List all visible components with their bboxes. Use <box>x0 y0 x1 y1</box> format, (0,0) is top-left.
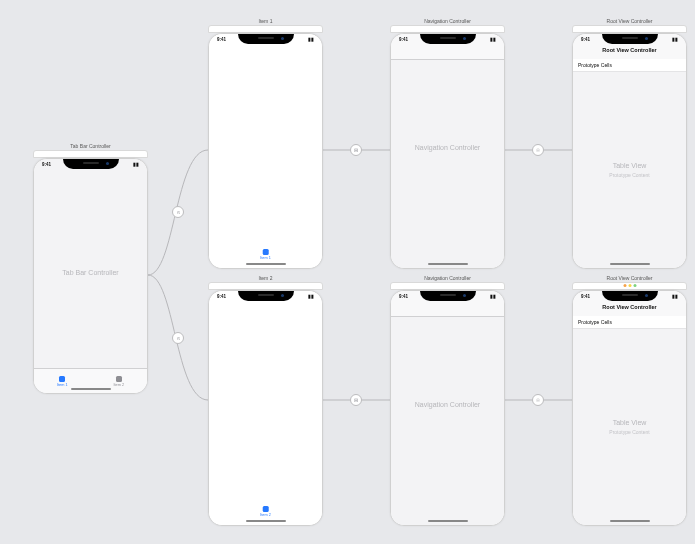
scene-titlebar[interactable] <box>572 25 687 33</box>
scene-titlebar[interactable] <box>390 282 505 290</box>
device-frame: Root View Controller Prototype Cells 9:4… <box>572 290 687 526</box>
scene-titlebar[interactable] <box>572 282 687 290</box>
device-frame: 9:41 ▮▮ Item 1 <box>208 33 323 269</box>
device-frame: 9:41 ▮▮ Item 2 <box>208 290 323 526</box>
square-icon <box>263 506 269 512</box>
home-indicator-icon <box>246 520 286 523</box>
scene-item-2[interactable]: Item 2 9:41 ▮▮ Item 2 <box>208 275 323 526</box>
square-icon <box>116 376 122 382</box>
prototype-cells-header: Prototype Cells <box>573 59 686 72</box>
placeholder-label: Table View <box>573 419 686 426</box>
square-icon <box>59 376 65 382</box>
scene-tabbar-controller[interactable]: Tab Bar Controller 9:41 ▮▮ Tab Bar Contr… <box>33 143 148 394</box>
notch-icon <box>238 34 294 44</box>
segue-relationship-icon[interactable]: ⎋ <box>172 206 184 218</box>
home-indicator-icon <box>428 263 468 266</box>
device-frame: 9:41 ▮▮ Navigation Controller <box>390 290 505 526</box>
segue-relationship-icon[interactable]: ⎋ <box>172 332 184 344</box>
home-indicator-icon <box>246 263 286 266</box>
scene-root-view-controller-1[interactable]: Root View Controller Root View Controlle… <box>572 18 687 269</box>
placeholder-label: Navigation Controller <box>391 401 504 408</box>
placeholder-label: Tab Bar Controller <box>34 269 147 276</box>
nav-title: Root View Controller <box>573 47 686 53</box>
tab-item[interactable]: Item 2 <box>260 506 271 517</box>
notch-icon <box>602 34 658 44</box>
home-indicator-icon <box>610 520 650 523</box>
scene-titlebar[interactable] <box>33 150 148 158</box>
notch-icon <box>602 291 658 301</box>
home-indicator-icon <box>428 520 468 523</box>
home-indicator-icon <box>610 263 650 266</box>
device-frame: 9:41 ▮▮ Tab Bar Controller Item 1 Item 2 <box>33 158 148 394</box>
scene-item-1[interactable]: Item 1 9:41 ▮▮ Item 1 <box>208 18 323 269</box>
placeholder-sublabel: Prototype Content <box>573 172 686 178</box>
notch-icon <box>420 34 476 44</box>
scene-title: Tab Bar Controller <box>33 143 148 149</box>
scene-title: Navigation Controller <box>390 275 505 281</box>
scene-root-view-controller-2[interactable]: Root View Controller Root View Controlle… <box>572 275 687 526</box>
segue-relationship-icon[interactable]: ⊟ <box>350 394 362 406</box>
notch-icon <box>420 291 476 301</box>
notch-icon <box>238 291 294 301</box>
prototype-cells-header: Prototype Cells <box>573 316 686 329</box>
scene-titlebar[interactable] <box>390 25 505 33</box>
notch-icon <box>63 159 119 169</box>
scene-titlebar[interactable] <box>208 25 323 33</box>
tab-item[interactable]: Item 1 <box>260 249 271 260</box>
storyboard-canvas[interactable]: ⎋ ⎋ ⊟ ⊟ ⦾ ⦾ Tab Bar Controller 9:41 ▮▮ T… <box>0 0 695 544</box>
placeholder-label: Table View <box>573 162 686 169</box>
scene-title: Root View Controller <box>572 275 687 281</box>
home-indicator-icon <box>71 388 111 391</box>
scene-nav-controller-1[interactable]: Navigation Controller 9:41 ▮▮ Navigation… <box>390 18 505 269</box>
scene-title: Item 1 <box>208 18 323 24</box>
placeholder-label: Navigation Controller <box>391 144 504 151</box>
scene-title: Item 2 <box>208 275 323 281</box>
segue-root-icon[interactable]: ⦾ <box>532 144 544 156</box>
scene-title: Root View Controller <box>572 18 687 24</box>
segue-root-icon[interactable]: ⦾ <box>532 394 544 406</box>
scene-titlebar[interactable] <box>208 282 323 290</box>
segue-relationship-icon[interactable]: ⊟ <box>350 144 362 156</box>
scene-object-icons <box>623 284 636 287</box>
scene-nav-controller-2[interactable]: Navigation Controller 9:41 ▮▮ Navigation… <box>390 275 505 526</box>
device-frame: 9:41 ▮▮ Navigation Controller <box>390 33 505 269</box>
scene-title: Navigation Controller <box>390 18 505 24</box>
nav-title: Root View Controller <box>573 304 686 310</box>
square-icon <box>263 249 269 255</box>
device-frame: Root View Controller Prototype Cells 9:4… <box>572 33 687 269</box>
placeholder-sublabel: Prototype Content <box>573 429 686 435</box>
